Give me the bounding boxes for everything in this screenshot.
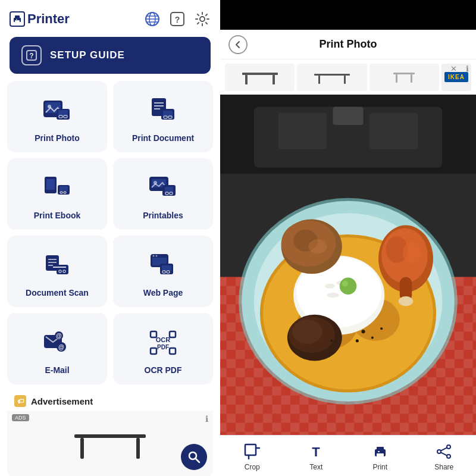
grid-item-printables[interactable]: Printables [113,158,213,230]
toolbar-item-share[interactable]: Share [412,443,477,471]
toolbar-crop-label: Crop [245,463,260,471]
svg-rect-85 [278,113,327,149]
svg-line-136 [441,447,447,450]
svg-rect-49 [63,270,65,273]
svg-rect-39 [165,187,173,192]
svg-point-134 [437,450,441,453]
svg-rect-1 [15,15,20,18]
toolbar-item-text[interactable]: T Text [284,443,349,471]
svg-point-133 [447,445,450,449]
email-icon: @ @ [40,326,74,359]
svg-rect-33 [60,192,62,193]
svg-rect-40 [165,192,168,195]
toolbar-print-label: Print [372,463,387,471]
globe-icon[interactable] [144,11,161,27]
features-grid: Print Photo Print Document [0,81,220,384]
dark-top-bar [220,0,476,30]
svg-point-119 [292,320,322,344]
crop-icon [243,443,261,461]
svg-rect-132 [378,451,380,452]
svg-rect-82 [411,74,412,83]
ad-search-button[interactable] [181,444,207,470]
grid-item-ocr-pdf-label: OCR PDF [145,365,182,375]
food-photo-area [220,95,476,435]
svg-point-104 [327,293,339,298]
ad-product-image [68,422,152,464]
app-header: Printer ? [0,0,220,35]
svg-rect-87 [333,107,363,125]
printables-icon [146,171,180,205]
ad-info-icon[interactable]: ℹ [205,414,208,424]
food-image [220,95,476,435]
svg-rect-131 [377,453,384,457]
svg-rect-75 [245,75,248,84]
grid-item-print-ebook-label: Print Ebook [34,211,81,220]
svg-rect-81 [396,74,397,83]
svg-rect-65 [151,348,156,354]
svg-rect-79 [344,76,346,84]
settings-icon[interactable] [194,11,211,27]
svg-rect-20 [64,115,67,118]
setup-guide-label: SETUP GUIDE [50,49,125,61]
setup-guide-button[interactable]: ? SETUP GUIDE [10,37,211,74]
toolbar-item-crop[interactable]: Crop [220,443,284,471]
svg-rect-55 [162,265,171,271]
document-scan-icon [40,249,74,282]
print-icon [371,443,389,461]
ocr-pdf-icon: OCR PDF [146,326,180,359]
ad-bookmark-icon: 🏷 [14,395,26,407]
svg-rect-32 [60,186,68,191]
toolbar-item-print[interactable]: Print [348,443,412,471]
svg-rect-76 [273,75,275,84]
grid-item-print-document[interactable]: Print Document [113,81,213,152]
svg-point-52 [153,255,155,257]
svg-rect-77 [314,74,350,76]
svg-line-73 [196,459,199,462]
svg-rect-27 [164,116,167,118]
grid-item-print-photo[interactable]: Print Photo [7,81,107,152]
ad-header: 🏷 Advertisement [7,390,213,411]
grid-item-email[interactable]: @ @ E-Mail [7,313,107,384]
grid-item-print-ebook[interactable]: Print Ebook [7,158,107,230]
ikea-logo: IKEA [444,72,468,82]
app-logo: Printer [10,11,70,27]
ad-strip-item-2 [297,64,367,91]
question-icon[interactable]: ? [169,11,186,27]
ad-strip-info-icon[interactable]: ℹ [466,64,469,73]
svg-point-122 [356,339,359,342]
grid-item-printables-label: Printables [143,211,183,220]
ad-strip-close-btn[interactable]: ✕ [450,64,457,73]
svg-point-106 [342,281,348,287]
svg-rect-41 [170,192,173,195]
svg-rect-125 [245,444,256,455]
web-page-icon [146,249,180,282]
ad-strip-item-3 [369,64,439,91]
svg-rect-80 [393,73,415,74]
print-ebook-icon [40,171,74,205]
grid-item-print-photo-label: Print Photo [35,133,79,143]
grid-item-web-page[interactable]: Web Page [113,236,213,307]
grid-item-print-document-label: Print Document [132,133,194,143]
svg-rect-56 [162,271,165,273]
ad-title: Advertisement [31,396,93,406]
svg-point-105 [340,277,357,295]
svg-rect-78 [318,76,320,84]
svg-rect-70 [80,438,84,459]
advertisement-section: 🏷 Advertisement ADS ℹ [7,390,213,476]
grid-item-ocr-pdf[interactable]: OCR PDF OCR PDF [113,313,213,384]
svg-point-120 [361,330,365,333]
svg-rect-48 [59,270,61,273]
svg-text:@: @ [56,333,62,339]
svg-rect-86 [369,113,418,149]
svg-rect-34 [64,192,66,193]
printer-small-icon [12,14,22,24]
back-button[interactable] [228,35,248,54]
grid-item-document-scan[interactable]: Document Scan [7,236,107,307]
svg-point-110 [309,239,327,254]
app-title: Printer [27,11,70,27]
svg-text:@: @ [58,344,64,350]
svg-text:?: ? [175,15,180,24]
svg-rect-2 [15,20,20,23]
svg-point-11 [200,17,205,21]
svg-rect-28 [168,116,172,118]
